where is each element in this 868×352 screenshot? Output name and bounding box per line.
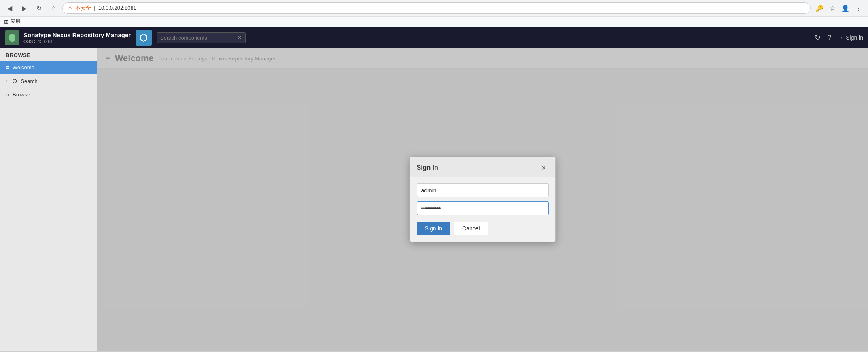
modal-footer: Sign In Cancel <box>410 222 555 242</box>
app-container: Sonatype Nexus Repository Manager OSS 3.… <box>0 27 868 351</box>
welcome-icon: ≡ <box>6 64 9 71</box>
search-expand-icon: + <box>6 79 8 83</box>
sidebar-item-search[interactable]: + ⊙ Search <box>0 74 97 88</box>
modal-title: Sign In <box>417 164 438 171</box>
modal-cancel-button[interactable]: Cancel <box>454 222 488 235</box>
sign-in-label: Sign in <box>846 34 863 41</box>
app-header: Sonatype Nexus Repository Manager OSS 3.… <box>0 27 868 48</box>
app-logo-text: Sonatype Nexus Repository Manager OSS 3.… <box>23 32 131 44</box>
refresh-button[interactable]: ↻ <box>815 33 821 42</box>
sidebar-browse-label: Browse <box>13 92 30 98</box>
sign-in-button[interactable]: → Sign in <box>838 34 863 41</box>
username-input[interactable] <box>417 183 549 197</box>
sidebar-section-title: Browse <box>0 48 97 61</box>
app-title: Sonatype Nexus Repository Manager <box>23 32 131 39</box>
address-bar[interactable]: ⚠ 不安全 | 10.0.0.202:8081 <box>62 2 811 14</box>
modal-overlay: Sign In ✕ Sign In Cancel <box>97 48 868 351</box>
password-input[interactable] <box>417 201 549 215</box>
browser-toolbar: ◀ ▶ ↻ ⌂ ⚠ 不安全 | 10.0.0.202:8081 🔑 ☆ 👤 ⋮ <box>0 0 868 16</box>
cube-icon <box>139 33 149 43</box>
browser-right-icons: 🔑 ☆ 👤 ⋮ <box>814 2 864 14</box>
content-area: ≡ Welcome Learn about Sonatype Nexus Rep… <box>97 48 868 351</box>
back-button[interactable]: ◀ <box>4 2 15 14</box>
browse-icon: ○ <box>6 91 9 98</box>
modal-body <box>410 177 555 222</box>
browser-star-icon[interactable]: ☆ <box>827 2 838 14</box>
bookmarks-apps-link[interactable]: ⊞ 应用 <box>4 18 20 25</box>
security-warning-icon: ⚠ <box>68 5 73 11</box>
modal-close-button[interactable]: ✕ <box>539 163 549 173</box>
main-content: Browse ≡ Welcome + ⊙ Search ○ Browse ≡ W… <box>0 48 868 351</box>
nav-menu-button[interactable] <box>136 30 152 46</box>
reload-button[interactable]: ↻ <box>33 2 45 14</box>
sign-in-modal: Sign In ✕ Sign In Cancel <box>410 157 556 242</box>
modal-header: Sign In ✕ <box>410 157 555 177</box>
browser-account-icon[interactable]: 👤 <box>840 2 851 14</box>
app-logo-icon <box>5 30 19 45</box>
search-components-input[interactable] <box>160 35 235 41</box>
nexus-logo-svg <box>7 33 17 43</box>
browser-key-icon[interactable]: 🔑 <box>814 2 825 14</box>
sidebar-item-welcome[interactable]: ≡ Welcome <box>0 61 97 74</box>
sidebar-search-label: Search <box>21 78 37 84</box>
apps-grid-icon: ⊞ <box>4 19 9 25</box>
forward-button[interactable]: ▶ <box>19 2 30 14</box>
bookmarks-bar: ⊞ 应用 <box>0 16 868 27</box>
modal-signin-button[interactable]: Sign In <box>417 222 451 235</box>
header-right-icons: ↻ ? → Sign in <box>815 33 863 42</box>
app-logo: Sonatype Nexus Repository Manager OSS 3.… <box>5 30 131 45</box>
security-warning-text: 不安全 | 10.0.0.202:8081 <box>75 4 136 12</box>
app-version: OSS 3.13.0-01 <box>23 39 131 44</box>
help-button[interactable]: ? <box>827 34 831 42</box>
search-clear-icon[interactable]: ✕ <box>237 34 242 41</box>
search-nav-icon: ⊙ <box>12 77 17 85</box>
sidebar-item-browse[interactable]: ○ Browse <box>0 88 97 101</box>
bookmarks-apps-label: 应用 <box>11 18 20 25</box>
sidebar-welcome-label: Welcome <box>13 64 34 70</box>
browser-menu-icon[interactable]: ⋮ <box>853 2 864 14</box>
search-components-box[interactable]: ✕ <box>157 32 246 43</box>
home-button[interactable]: ⌂ <box>48 2 59 14</box>
sign-in-icon: → <box>838 34 843 41</box>
sidebar: Browse ≡ Welcome + ⊙ Search ○ Browse <box>0 48 97 351</box>
browser-chrome: ◀ ▶ ↻ ⌂ ⚠ 不安全 | 10.0.0.202:8081 🔑 ☆ 👤 ⋮ … <box>0 0 868 27</box>
